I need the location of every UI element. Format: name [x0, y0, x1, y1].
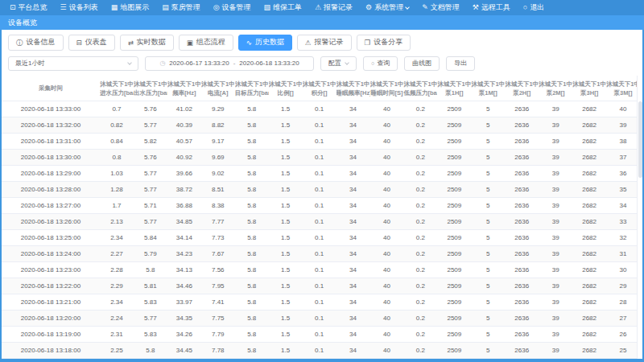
tab-2[interactable]: ⊟仪表盘 [68, 35, 115, 51]
cell-value: 40 [370, 134, 404, 150]
cell-value: 2509 [437, 230, 471, 246]
page: ⊡平台总览☰设备列表▦地图展示▤泵房管理◎设备管理▧维保工单⚠报警记录⚙系统管理… [0, 0, 644, 359]
cell-value: 0.1 [303, 246, 336, 262]
chevron-down-icon [405, 5, 410, 10]
cell-value: 1.5 [269, 150, 303, 166]
cell-value: 28 [606, 294, 640, 311]
nav-item-5[interactable]: ◎设备管理 [207, 0, 258, 15]
date-range-picker[interactable]: ◷ 2020-06-17 13:33:20 - 2020-06-18 13:33… [145, 56, 314, 71]
logout-icon: ○ [523, 4, 527, 11]
column-header-9: 沐城天下1中睡眠频率[Hz] [336, 76, 370, 101]
cell-timestamp: 2020-06-18 13:33:00 [2, 101, 100, 117]
cell-value: 29 [606, 278, 640, 294]
cell-value: 5.8 [134, 343, 167, 359]
cell-value: 8.38 [201, 198, 235, 214]
column-header-line2: 电流[A] [201, 88, 235, 97]
cell-value: 5.83 [134, 294, 167, 311]
time-range-select[interactable]: 最近1小时 [8, 56, 138, 71]
cell-value: 39 [539, 294, 572, 311]
cell-value: 2682 [572, 246, 606, 262]
cell-value: 5.82 [134, 134, 167, 150]
column-header-line1: 沐城天下1中 [167, 80, 201, 88]
nav-item-1[interactable]: ⊡平台总览 [3, 0, 54, 15]
cell-timestamp: 2020-06-18 13:24:00 [2, 246, 100, 262]
cell-value: 34.14 [167, 230, 201, 246]
cell-value: 2.34 [100, 230, 134, 246]
cell-value: 5.79 [134, 246, 167, 262]
cell-timestamp: 2020-06-18 13:30:00 [2, 150, 100, 166]
nav-item-6[interactable]: ▧维保工单 [258, 0, 309, 15]
tab-1[interactable]: ⓘ设备信息 [8, 35, 64, 51]
cell-value: 0.2 [403, 150, 437, 166]
gear-icon: ⚙ [365, 4, 372, 11]
cell-value: 5.8 [235, 166, 269, 182]
cell-value: 34.35 [167, 311, 201, 327]
cell-value: 38 [606, 134, 640, 150]
process-icon: ▣ [187, 39, 193, 47]
cell-value: 5.77 [134, 166, 167, 182]
tab-label: 实时数据 [137, 38, 166, 47]
cell-value: 39 [539, 311, 572, 327]
cell-value: 5.8 [235, 134, 269, 150]
export-button[interactable]: 导出 [446, 56, 475, 71]
tab-7[interactable]: ❐设备分享 [357, 35, 411, 51]
query-button[interactable]: ○ 查询 [363, 56, 398, 71]
column-header-line1: 沐城天下1中 [539, 80, 572, 88]
cell-value: 40 [370, 101, 404, 117]
cell-value: 2509 [437, 262, 471, 278]
column-header-line2: 频率[Hz] [167, 88, 201, 97]
config-button-label: 配置 [328, 59, 341, 68]
scrollbar-thumb[interactable] [638, 101, 642, 178]
nav-item-4[interactable]: ▤泵房管理 [155, 0, 207, 15]
column-header-line2: 泵2M[] [539, 88, 572, 97]
cell-value: 1.5 [269, 246, 303, 262]
nav-item-2[interactable]: ☰设备列表 [54, 0, 105, 15]
realtime-icon: ⇄ [128, 39, 134, 47]
date-start-value: 2020-06-17 13:33:20 [169, 60, 229, 67]
cell-value: 5.8 [235, 101, 269, 117]
config-button[interactable]: 配置 [320, 56, 357, 71]
tab-6[interactable]: ⚠报警记录 [297, 35, 352, 51]
cell-value: 2636 [505, 311, 539, 327]
tab-3[interactable]: ⇄实时数据 [120, 35, 174, 51]
cell-value: 2636 [505, 214, 539, 230]
cell-value: 0.1 [303, 230, 336, 246]
cell-value: 5.77 [134, 311, 167, 327]
cell-value: 1.5 [269, 198, 303, 214]
cell-value: 34 [336, 294, 370, 311]
cell-value: 9.02 [201, 166, 235, 182]
cell-value: 2682 [572, 182, 606, 198]
table-row: 2020-06-18 13:31:000.845.8240.579.175.81… [2, 134, 640, 150]
nav-item-11[interactable]: ○退出 [517, 0, 551, 15]
cell-value: 5 [471, 150, 505, 166]
nav-item-10[interactable]: ⚒远程工具 [466, 0, 517, 15]
cell-value: 7.56 [201, 262, 235, 278]
cell-value: 40 [370, 278, 404, 294]
monitor-icon: ⊡ [10, 4, 16, 11]
cell-value: 34.13 [167, 262, 201, 278]
cell-value: 2636 [505, 101, 539, 117]
nav-item-8[interactable]: ⚙系统管理 [359, 0, 415, 15]
cell-value: 2636 [505, 150, 539, 166]
column-header-line2: 低频压力[bar] [403, 88, 437, 97]
cell-value: 34.23 [167, 246, 201, 262]
cell-value: 35 [606, 182, 640, 198]
tab-5[interactable]: ∿历史数据 [238, 35, 292, 51]
column-header-line1: 沐城天下1中 [336, 80, 370, 88]
cell-value: 7.41 [201, 294, 235, 311]
nav-item-9[interactable]: ✎文档管理 [415, 0, 466, 15]
curve-chart-button[interactable]: 曲线图 [404, 56, 440, 71]
table-row: 2020-06-18 13:29:001.035.7739.669.025.81… [2, 166, 640, 182]
cell-value: 2682 [572, 278, 606, 294]
column-header-line2: 泵1H[] [437, 88, 471, 97]
cell-value: 40.57 [167, 134, 201, 150]
nav-item-3[interactable]: ▦地图展示 [105, 0, 156, 15]
nav-item-7[interactable]: ⚠报警记录 [308, 0, 359, 15]
query-button-label: 查询 [377, 59, 390, 68]
cell-value: 2682 [572, 166, 606, 182]
cell-value: 0.1 [303, 311, 336, 327]
cell-value: 5 [471, 134, 505, 150]
tab-4[interactable]: ▣组态流程 [179, 35, 233, 51]
cell-value: 40 [370, 150, 404, 166]
column-header-line2: 目标压力[bar] [235, 88, 269, 97]
